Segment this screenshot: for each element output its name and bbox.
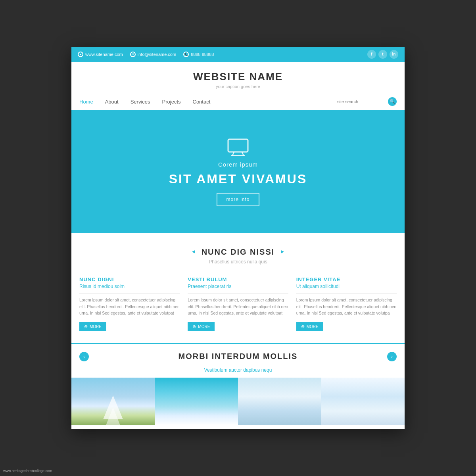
col1-title: NUNC DIGNI xyxy=(79,276,180,282)
twitter-icon[interactable]: t xyxy=(378,50,387,59)
email-icon: ✉ xyxy=(130,52,136,57)
carousel-image-4 xyxy=(321,378,405,425)
watermark: www.heritagechristcollege.com xyxy=(3,469,52,473)
hero-section: Corem ipsum SIT AMET VIVAMUS more info xyxy=(71,110,405,233)
nav-link-about[interactable]: About xyxy=(105,99,119,105)
nav-item-services[interactable]: Services xyxy=(131,98,150,105)
section1-main-title: NUNC DIG NISSI xyxy=(195,248,281,257)
top-bar: ● www.sitename.com ✉ info@sitename.com 📞… xyxy=(71,47,405,62)
col2-divider xyxy=(188,293,288,294)
phone-text: 8888 88888 xyxy=(191,52,214,57)
carousel-image-1 xyxy=(71,378,155,425)
nav-link-services[interactable]: Services xyxy=(131,99,150,105)
title-line-left xyxy=(132,252,195,252)
section1-subtitle: Phasellus ultrices nulla quis xyxy=(79,259,397,265)
nav-link-contact[interactable]: Contact xyxy=(193,99,211,105)
col3-title: INTEGER VITAE xyxy=(296,276,397,282)
site-caption: your caption goes here xyxy=(78,84,398,89)
top-bar-left: ● www.sitename.com ✉ info@sitename.com 📞… xyxy=(78,52,214,57)
site-header: WEBSITE NAME your caption goes here xyxy=(71,62,405,93)
carousel-main-title: MORBI INTERDUM MOLLIS xyxy=(178,352,298,361)
browser-window: ● www.sitename.com ✉ info@sitename.com 📞… xyxy=(71,47,405,429)
website-item: ● www.sitename.com xyxy=(78,52,123,57)
nav-item-home[interactable]: Home xyxy=(79,98,93,105)
website-text: www.sitename.com xyxy=(85,52,123,57)
col-item-1: NUNC DIGNI Risus id mediou soim Lorem ip… xyxy=(79,276,180,331)
search-icon[interactable]: 🔍 xyxy=(388,97,397,106)
nav-item-contact[interactable]: Contact xyxy=(193,98,211,105)
email-item: ✉ info@sitename.com xyxy=(130,52,176,57)
col2-subtitle: Praesent placerat ris xyxy=(188,284,288,289)
facebook-icon[interactable]: f xyxy=(367,50,376,59)
col1-more-button[interactable]: MORE xyxy=(79,322,106,331)
carousel-section: ‹ MORBI INTERDUM MOLLIS › Vestibulum auc… xyxy=(71,344,405,429)
carousel-title-block: MORBI INTERDUM MOLLIS xyxy=(178,352,298,361)
search-input[interactable] xyxy=(337,99,385,104)
col3-subtitle: Ut aliquam sollicitudi xyxy=(296,284,397,289)
nav-search: 🔍 xyxy=(337,97,397,106)
email-text: info@sitename.com xyxy=(138,52,176,57)
nav-links: Home About Services Projects Contact xyxy=(79,93,337,110)
carousel-image-3 xyxy=(238,378,321,425)
phone-item: 📞 8888 88888 xyxy=(183,52,214,57)
col-item-2: VESTI BULUM Praesent placerat ris Lorem … xyxy=(188,276,288,331)
linkedin-icon[interactable]: in xyxy=(390,50,398,59)
carousel-subtitle: Vestibulum auctor dapibus nequ xyxy=(71,367,405,373)
nav-link-projects[interactable]: Projects xyxy=(162,99,181,105)
globe-icon: ● xyxy=(78,52,83,57)
nav-bar: Home About Services Projects Contact 🔍 xyxy=(71,93,405,110)
carousel-image-2 xyxy=(155,378,238,425)
col2-more-button[interactable]: MORE xyxy=(188,322,215,331)
monitor-icon xyxy=(226,137,250,157)
section1-title-area: NUNC DIG NISSI Phasellus ultrices nulla … xyxy=(71,233,405,273)
carousel-prev-button[interactable]: ‹ xyxy=(79,352,89,361)
site-title: WEBSITE NAME xyxy=(78,71,398,83)
col3-more-button[interactable]: MORE xyxy=(296,322,323,331)
col1-text: Lorem ipsum dolor sit amet, consectetuer… xyxy=(79,297,180,317)
hero-subtitle: Corem ipsum xyxy=(218,161,258,168)
title-line-right xyxy=(281,252,344,252)
phone-icon: 📞 xyxy=(183,52,189,57)
three-col-section: NUNC DIGNI Risus id mediou soim Lorem ip… xyxy=(71,273,405,344)
section1-title-line: NUNC DIG NISSI xyxy=(79,248,397,257)
nav-link-home[interactable]: Home xyxy=(79,99,93,105)
svg-rect-0 xyxy=(228,139,248,152)
carousel-header: ‹ MORBI INTERDUM MOLLIS › xyxy=(71,352,405,361)
nav-item-projects[interactable]: Projects xyxy=(162,98,181,105)
col3-divider xyxy=(296,293,397,294)
tree-shape-1 xyxy=(103,395,123,419)
col1-subtitle: Risus id mediou soim xyxy=(79,284,180,289)
col-item-3: INTEGER VITAE Ut aliquam sollicitudi Lor… xyxy=(296,276,397,331)
col2-text: Lorem ipsum dolor sit amet, consectetuer… xyxy=(188,297,288,317)
hero-title: SIT AMET VIVAMUS xyxy=(169,172,307,186)
nav-item-about[interactable]: About xyxy=(105,98,119,105)
hero-button[interactable]: more info xyxy=(217,193,259,206)
social-icons: f t in xyxy=(367,50,398,59)
carousel-next-button[interactable]: › xyxy=(387,352,397,361)
col1-divider xyxy=(79,293,180,294)
col2-title: VESTI BULUM xyxy=(188,276,288,282)
col3-text: Lorem ipsum dolor sit amet, consectetuer… xyxy=(296,297,397,317)
carousel-images xyxy=(71,378,405,425)
